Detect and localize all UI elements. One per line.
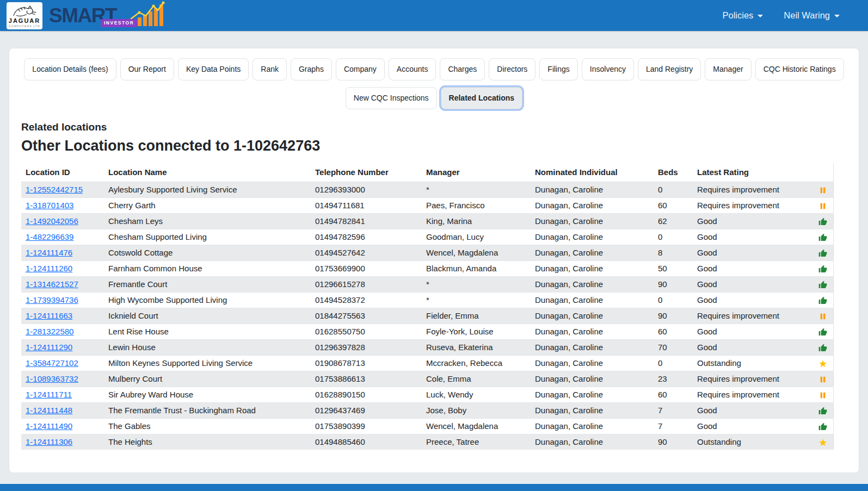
location-id-link[interactable]: 1-124111306 [26, 437, 72, 446]
column-header-rating-icon [812, 163, 833, 182]
tab-rank[interactable]: Rank [253, 58, 287, 80]
rating-icon-cell [812, 214, 833, 229]
tab-graphs[interactable]: Graphs [291, 58, 332, 80]
brand[interactable]: JAGUAR COMPUTERS LTD SMART INVESTOR [7, 0, 168, 31]
latest-rating-cell: Requires improvement [693, 198, 812, 214]
latest-rating-cell: Requires improvement [693, 387, 812, 403]
tab-location-details-fees[interactable]: Location Details (fees) [24, 58, 116, 80]
location-id-link[interactable]: 1-3584727102 [26, 358, 78, 368]
location-id-link[interactable]: 1-482296639 [26, 232, 73, 241]
beds-cell: 60 [654, 198, 693, 214]
chevron-down-icon [834, 15, 840, 17]
navbar-menu: Policies Neil Waring [722, 10, 840, 21]
telephone-cell: 01753669900 [311, 261, 422, 277]
rating-icon-cell [812, 324, 833, 340]
location-id-link[interactable]: 1-1492042056 [26, 216, 78, 226]
table-row: 1-124111260Farnham Common House017536699… [21, 261, 833, 277]
latest-rating-cell: Good [693, 293, 812, 308]
beds-cell: 90 [654, 434, 693, 450]
manager-cell: Foyle-York, Louise [422, 324, 531, 340]
pause-icon [818, 312, 827, 321]
tab-company[interactable]: Company [336, 58, 385, 80]
user-menu[interactable]: Neil Waring [784, 10, 840, 21]
rating-icon-cell [812, 293, 833, 308]
location-id-cell: 1-124111260 [21, 261, 104, 277]
location-id-link[interactable]: 1-124111490 [26, 421, 72, 431]
tab-new-cqc-inspections[interactable]: New CQC Inspections [346, 87, 437, 109]
latest-rating-cell: Requires improvement [693, 371, 812, 387]
location-id-cell: 1-124111290 [21, 340, 104, 356]
nominated-individual-cell: Dunagan, Caroline [531, 434, 654, 450]
beds-cell: 90 [654, 277, 693, 293]
location-id-link[interactable]: 1-124111290 [26, 343, 72, 352]
tab-filings[interactable]: Filings [539, 58, 577, 80]
tab-cqc-historic-ratings[interactable]: CQC Historic Ratings [755, 58, 844, 80]
beds-cell: 90 [654, 308, 693, 324]
location-name-cell: Farnham Common House [104, 261, 311, 277]
nominated-individual-cell: Dunagan, Caroline [531, 261, 654, 277]
telephone-cell: 01494528372 [311, 293, 422, 308]
policies-menu[interactable]: Policies [722, 10, 763, 21]
manager-cell: * [422, 182, 531, 198]
thumbs-up-icon [818, 296, 827, 305]
location-id-cell: 1-12552442715 [21, 182, 104, 198]
location-id-link[interactable]: 1-318701403 [26, 201, 73, 210]
location-id-link[interactable]: 1-281322580 [26, 327, 73, 336]
location-id-link[interactable]: 1-124111663 [26, 311, 72, 320]
telephone-cell: 01628890150 [311, 387, 422, 403]
location-id-link[interactable]: 1-124111711 [26, 390, 72, 399]
latest-rating-cell: Good [693, 245, 812, 261]
pause-icon [818, 202, 827, 210]
tab-manager[interactable]: Manager [705, 58, 751, 80]
rating-icon-cell [812, 403, 833, 419]
star-icon [818, 359, 827, 368]
location-id-cell: 1-1739394736 [21, 293, 104, 308]
telephone-cell: 01908678713 [311, 356, 422, 371]
tab-insolvency[interactable]: Insolvency [582, 58, 634, 80]
tab-key-data-points[interactable]: Key Data Points [178, 58, 249, 80]
column-header-manager: Manager [422, 163, 531, 182]
telephone-cell: 01494782841 [311, 214, 422, 229]
nominated-individual-cell: Dunagan, Caroline [531, 403, 654, 419]
beds-cell: 7 [654, 419, 693, 434]
location-id-link[interactable]: 1-1314621527 [26, 279, 78, 289]
location-id-cell: 1-1089363732 [21, 371, 104, 387]
tab-related-locations[interactable]: Related Locations [441, 87, 523, 109]
location-name-cell: Icknield Court [104, 308, 311, 324]
location-id-link[interactable]: 1-1089363732 [26, 374, 78, 383]
location-id-link[interactable]: 1-12552442715 [26, 185, 83, 194]
user-menu-label: Neil Waring [784, 10, 830, 21]
beds-cell: 0 [654, 293, 693, 308]
location-id-link[interactable]: 1-124111476 [26, 248, 72, 257]
tab-our-report[interactable]: Our Report [120, 58, 174, 80]
telephone-cell: 01753886613 [311, 371, 422, 387]
tab-land-registry[interactable]: Land Registry [638, 58, 701, 80]
location-name-cell: The Fremantle Trust - Buckingham Road [104, 403, 311, 419]
location-id-cell: 1-1492042056 [21, 214, 104, 229]
beds-cell: 60 [654, 324, 693, 340]
tab-accounts[interactable]: Accounts [389, 58, 436, 80]
table-row: 1-318701403Cherry Garth01494711681Paes, … [21, 198, 833, 214]
location-id-link[interactable]: 1-124111448 [26, 406, 72, 415]
nominated-individual-cell: Dunagan, Caroline [531, 371, 654, 387]
beds-cell: 23 [654, 371, 693, 387]
nominated-individual-cell: Dunagan, Caroline [531, 324, 654, 340]
thumbs-up-icon [818, 281, 827, 289]
rating-icon-cell [812, 182, 833, 198]
nominated-individual-cell: Dunagan, Caroline [531, 198, 654, 214]
tab-charges[interactable]: Charges [440, 58, 485, 80]
location-id-link[interactable]: 1-124111260 [26, 264, 72, 273]
nominated-individual-cell: Dunagan, Caroline [531, 245, 654, 261]
top-navbar: JAGUAR COMPUTERS LTD SMART INVESTOR Poli… [0, 0, 868, 31]
thumbs-up-icon [818, 344, 827, 352]
beds-cell: 0 [654, 356, 693, 371]
tab-directors[interactable]: Directors [489, 58, 535, 80]
rating-icon-cell [812, 434, 833, 450]
latest-rating-cell: Outstanding [693, 356, 812, 371]
manager-cell: King, Marina [422, 214, 531, 229]
smart-investor-logo: SMART INVESTOR [49, 2, 168, 30]
table-row: 1-12552442715Aylesbury Supported Living … [21, 182, 833, 198]
location-id-link[interactable]: 1-1739394736 [26, 295, 78, 304]
rating-icon-cell [812, 387, 833, 403]
telephone-cell: 01753890399 [311, 419, 422, 434]
